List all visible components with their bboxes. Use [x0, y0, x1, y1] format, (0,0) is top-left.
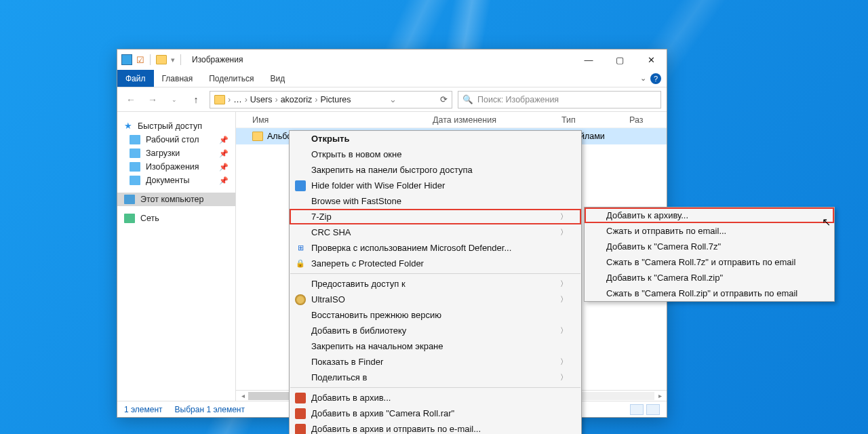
- tab-file[interactable]: Файл: [117, 70, 154, 87]
- sub-add-zip[interactable]: Добавить к "Camera Roll.zip": [585, 270, 834, 285]
- winrar-icon: [295, 408, 306, 419]
- folder-icon: [214, 95, 225, 104]
- col-name[interactable]: Имя: [236, 115, 433, 125]
- tab-home[interactable]: Главная: [154, 70, 201, 87]
- wise-icon: [295, 180, 306, 191]
- address-bar: ← → ⌄ ↑ › … › Users › akozoriz › Picture…: [117, 87, 667, 112]
- scroll-right-icon[interactable]: ▸: [654, 392, 665, 399]
- nav-up-button[interactable]: ↑: [188, 92, 204, 108]
- col-type[interactable]: Тип: [561, 115, 629, 125]
- sub-compress-email[interactable]: Сжать и отправить по email...: [585, 223, 834, 239]
- ctx-faststone[interactable]: Browse with FastStone: [290, 193, 581, 209]
- sub-add-to-archive[interactable]: Добавить к архиву...: [585, 208, 834, 223]
- sidebar-network[interactable]: Сеть: [117, 212, 235, 225]
- view-icons-button[interactable]: [646, 404, 660, 415]
- context-submenu-7zip: Добавить к архиву... Сжать и отправить п…: [584, 207, 835, 302]
- ctx-hide-wise[interactable]: Hide folder with Wise Folder Hider: [290, 178, 581, 193]
- submenu-arrow-icon: 〉: [547, 279, 568, 289]
- pin-icon: 📌: [219, 163, 229, 172]
- status-selected: Выбран 1 элемент: [175, 405, 245, 414]
- shield-icon: ⊞: [295, 243, 306, 254]
- help-icon[interactable]: ?: [650, 73, 661, 84]
- col-date[interactable]: Дата изменения: [433, 115, 561, 125]
- sub-add-7z[interactable]: Добавить к "Camera Roll.7z": [585, 239, 834, 254]
- sub-compress-zip-email[interactable]: Сжать в "Camera Roll.zip" и отправить по…: [585, 285, 834, 301]
- pin-icon: 📌: [219, 149, 229, 158]
- ctx-restore-version[interactable]: Восстановить прежнюю версию: [290, 307, 581, 323]
- crumb-pictures[interactable]: Pictures: [320, 95, 351, 104]
- lock-icon: 🔒: [295, 258, 306, 269]
- crumb-0[interactable]: …: [233, 95, 242, 104]
- nav-forward-button[interactable]: →: [144, 92, 161, 108]
- minimize-button[interactable]: —: [573, 50, 604, 70]
- submenu-arrow-icon: 〉: [547, 357, 568, 367]
- ctx-share-access[interactable]: Предоставить доступ к〉: [290, 276, 581, 292]
- sidebar-quick-access[interactable]: ★Быстрый доступ: [117, 119, 235, 133]
- ctx-protected-folder[interactable]: 🔒Запереть с Protected Folder: [290, 256, 581, 271]
- tab-share[interactable]: Поделиться: [201, 70, 262, 87]
- folder-icon: [156, 55, 167, 64]
- col-size[interactable]: Раз: [629, 115, 667, 125]
- crumb-users[interactable]: Users: [250, 95, 273, 104]
- breadcrumb[interactable]: › … › Users › akozoriz › Pictures ⌄ ⟳: [210, 91, 452, 108]
- sidebar-item-documents[interactable]: Документы📌: [117, 174, 235, 187]
- pin-icon: 📌: [219, 176, 229, 185]
- nav-history-dropdown[interactable]: ⌄: [166, 92, 182, 108]
- search-placeholder: Поиск: Изображения: [477, 95, 559, 104]
- ctx-show-finder[interactable]: Показать в Finder〉: [290, 354, 581, 370]
- titlebar: ☑ ▾ Изображения — ▢ ✕: [117, 50, 667, 70]
- app-icon: [121, 54, 132, 65]
- ctx-add-library[interactable]: Добавить в библиотеку〉: [290, 323, 581, 338]
- sub-compress-7z-email[interactable]: Сжать в "Camera Roll.7z" и отправить по …: [585, 254, 834, 270]
- ctx-open-new-window[interactable]: Открыть в новом окне: [290, 146, 581, 162]
- nav-back-button[interactable]: ←: [123, 92, 139, 108]
- scroll-left-icon[interactable]: ◂: [237, 392, 248, 399]
- sidebar-item-downloads[interactable]: Загрузки📌: [117, 146, 235, 160]
- refresh-icon[interactable]: ⟳: [435, 94, 448, 104]
- ctx-pin-start[interactable]: Закрепить на начальном экране: [290, 338, 581, 354]
- ctx-7zip[interactable]: 7-Zip〉: [290, 209, 581, 224]
- ctx-open[interactable]: Открыть: [290, 131, 581, 146]
- submenu-arrow-icon: 〉: [547, 326, 568, 336]
- ribbon: Файл Главная Поделиться Вид ⌄ ?: [117, 70, 667, 87]
- ctx-defender[interactable]: ⊞Проверка с использованием Microsoft Def…: [290, 240, 581, 256]
- nav-pane: ★Быстрый доступ Рабочий стол📌 Загрузки📌 …: [117, 112, 236, 401]
- status-count: 1 элемент: [124, 405, 163, 414]
- context-menu: Открыть Открыть в новом окне Закрепить н…: [289, 130, 582, 434]
- column-headers: Имя Дата изменения Тип Раз: [236, 112, 667, 128]
- ribbon-expand-icon[interactable]: ⌄: [640, 74, 646, 83]
- ctx-pin-quick-access[interactable]: Закрепить на панели быстрого доступа: [290, 162, 581, 178]
- ctx-add-rar[interactable]: Добавить в архив "Camera Roll.rar": [290, 406, 581, 421]
- qat-dropdown-icon[interactable]: ▾: [171, 56, 175, 64]
- sidebar-this-pc[interactable]: Этот компьютер: [117, 193, 235, 206]
- ctx-crc-sha[interactable]: CRC SHA〉: [290, 224, 581, 240]
- tab-view[interactable]: Вид: [262, 70, 293, 87]
- submenu-arrow-icon: 〉: [547, 227, 568, 237]
- sidebar-item-pictures[interactable]: Изображения📌: [117, 160, 235, 174]
- submenu-arrow-icon: 〉: [547, 294, 568, 304]
- qat-checkbox-icon[interactable]: ☑: [136, 55, 144, 65]
- close-button[interactable]: ✕: [635, 50, 667, 70]
- disc-icon: [295, 294, 306, 305]
- crumb-user[interactable]: akozoriz: [281, 95, 313, 104]
- view-details-button[interactable]: [630, 404, 644, 415]
- folder-icon: [252, 132, 263, 141]
- search-icon: 🔍: [462, 94, 473, 104]
- maximize-button[interactable]: ▢: [604, 50, 635, 70]
- window-title: Изображения: [186, 55, 243, 64]
- sidebar-item-desktop[interactable]: Рабочий стол📌: [117, 133, 235, 146]
- winrar-icon: [295, 424, 306, 435]
- ctx-add-email[interactable]: Добавить в архив и отправить по e-mail..…: [290, 421, 581, 434]
- ctx-share-in[interactable]: Поделиться в〉: [290, 370, 581, 385]
- submenu-arrow-icon: 〉: [547, 372, 568, 382]
- submenu-arrow-icon: 〉: [547, 212, 568, 222]
- search-input[interactable]: 🔍 Поиск: Изображения: [458, 91, 661, 108]
- ctx-add-archive[interactable]: Добавить в архив...: [290, 390, 581, 406]
- pin-icon: 📌: [219, 136, 229, 144]
- ctx-ultraiso[interactable]: UltraISO〉: [290, 292, 581, 307]
- winrar-icon: [295, 393, 306, 403]
